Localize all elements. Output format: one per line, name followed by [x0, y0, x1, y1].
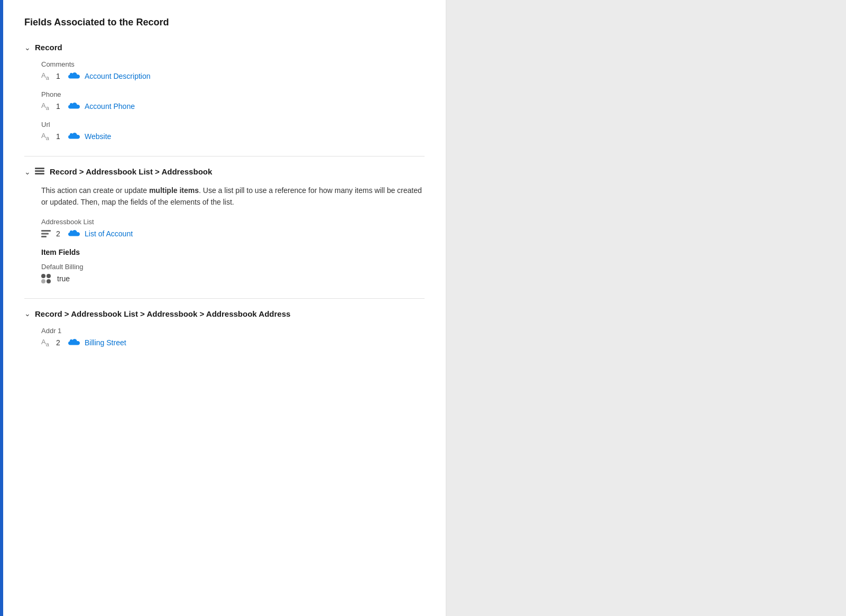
- field-group-comments: Comments Aa 1 Account Description: [41, 60, 425, 81]
- field-group-phone: Phone Aa 1 Account Phone: [41, 90, 425, 111]
- salesforce-cloud-icon-list: [67, 229, 80, 238]
- field-row-website: Aa 1 Website: [41, 132, 425, 141]
- section-header-record: ⌄ Record: [24, 43, 425, 52]
- field-label-default-billing: Default Billing: [41, 263, 425, 271]
- chevron-down-icon-2[interactable]: ⌄: [24, 168, 31, 176]
- svg-rect-1: [35, 170, 44, 172]
- svg-rect-0: [35, 168, 44, 169]
- website-link[interactable]: Website: [85, 132, 111, 141]
- salesforce-cloud-icon-addr: [67, 338, 80, 347]
- field-number-url: 1: [56, 132, 62, 141]
- svg-rect-4: [41, 233, 49, 234]
- field-number-phone: 1: [56, 102, 62, 111]
- chevron-down-icon-3[interactable]: ⌄: [24, 309, 31, 318]
- field-group-default-billing: Default Billing true: [41, 263, 425, 283]
- field-row-account-phone: Aa 1 Account Phone: [41, 102, 425, 111]
- text-type-icon-phone: Aa: [41, 102, 52, 111]
- item-fields-label: Item Fields: [41, 248, 425, 256]
- divider-2: [24, 298, 425, 299]
- field-label-comments: Comments: [41, 60, 425, 68]
- right-panel: [446, 0, 847, 616]
- section-header-addressbook-address: ⌄ Record > Addressbook List > Addressboo…: [24, 309, 425, 318]
- text-type-icon: Aa: [41, 71, 52, 81]
- field-row-list-of-account: 2 List of Account: [41, 229, 425, 238]
- field-row-billing-street: Aa 2 Billing Street: [41, 338, 425, 347]
- svg-rect-2: [35, 173, 44, 174]
- text-type-icon-url: Aa: [41, 132, 52, 141]
- field-group-addressbook-list: Addressbook List 2 List of Account: [41, 218, 425, 238]
- field-label-addr1: Addr 1: [41, 327, 425, 335]
- account-description-link[interactable]: Account Description: [85, 72, 151, 80]
- field-label-url: Url: [41, 121, 425, 128]
- bool-type-icon: [41, 274, 51, 283]
- layers-icon: [35, 168, 44, 176]
- section-record: ⌄ Record Comments Aa 1 Account Descripti…: [24, 43, 425, 141]
- main-panel: Fields Associated to the Record ⌄ Record…: [3, 0, 446, 616]
- field-label-phone: Phone: [41, 90, 425, 98]
- field-group-url: Url Aa 1 Website: [41, 121, 425, 141]
- field-number-list: 2: [56, 229, 62, 238]
- section-header-addressbook: ⌄ Record > Addressbook List > Addressboo…: [24, 167, 425, 176]
- field-group-addr1: Addr 1 Aa 2 Billing Street: [41, 327, 425, 347]
- list-of-account-link[interactable]: List of Account: [85, 229, 133, 238]
- default-billing-value: true: [57, 274, 70, 283]
- page-title: Fields Associated to the Record: [24, 17, 425, 28]
- section-addressbook-address: ⌄ Record > Addressbook List > Addressboo…: [24, 309, 425, 347]
- field-number: 1: [56, 72, 62, 80]
- salesforce-cloud-icon-url: [67, 132, 80, 141]
- list-type-icon: [41, 230, 52, 237]
- info-box-multiple-items: This action can create or update multipl…: [41, 185, 425, 208]
- svg-rect-5: [41, 236, 47, 237]
- svg-rect-3: [41, 230, 51, 232]
- divider-1: [24, 156, 425, 157]
- chevron-down-icon[interactable]: ⌄: [24, 43, 31, 52]
- billing-street-link[interactable]: Billing Street: [85, 338, 126, 347]
- salesforce-cloud-icon: [67, 71, 80, 81]
- section-title-addressbook-address: Record > Addressbook List > Addressbook …: [35, 309, 290, 318]
- field-number-addr: 2: [56, 338, 62, 347]
- salesforce-cloud-icon-phone: [67, 102, 80, 111]
- section-addressbook-list: ⌄ Record > Addressbook List > Addressboo…: [24, 167, 425, 283]
- section-title-addressbook: Record > Addressbook List > Addressbook: [50, 167, 212, 176]
- field-row-default-billing-value: true: [41, 274, 425, 283]
- field-label-addressbook-list: Addressbook List: [41, 218, 425, 226]
- account-phone-link[interactable]: Account Phone: [85, 102, 135, 111]
- section-title-record: Record: [35, 43, 62, 52]
- text-type-icon-addr: Aa: [41, 338, 52, 347]
- field-row-account-description: Aa 1 Account Description: [41, 71, 425, 81]
